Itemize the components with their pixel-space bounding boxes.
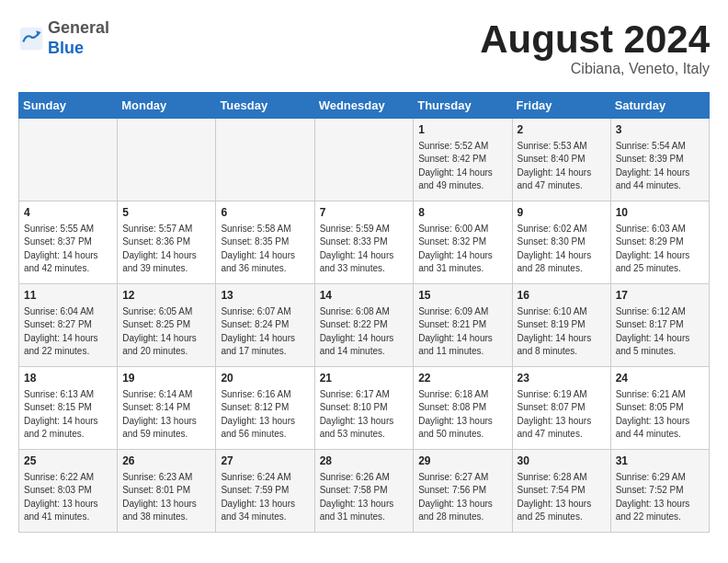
weekday-header-thursday: Thursday	[414, 93, 512, 119]
weekday-header-tuesday: Tuesday	[216, 93, 314, 119]
day-content: Sunrise: 5:55 AM Sunset: 8:37 PM Dayligh…	[24, 223, 112, 276]
calendar-cell: 28Sunrise: 6:26 AM Sunset: 7:58 PM Dayli…	[314, 450, 414, 533]
calendar-cell	[118, 119, 216, 201]
logo: General Blue	[18, 18, 109, 58]
day-number: 15	[418, 288, 506, 304]
day-number: 11	[24, 288, 112, 304]
day-content: Sunrise: 6:16 AM Sunset: 8:12 PM Dayligh…	[221, 388, 309, 442]
calendar-cell: 30Sunrise: 6:28 AM Sunset: 7:54 PM Dayli…	[512, 450, 610, 533]
weekday-header-sunday: Sunday	[19, 93, 118, 119]
calendar-cell: 1Sunrise: 5:52 AM Sunset: 8:42 PM Daylig…	[414, 119, 512, 201]
weekday-header-row: SundayMondayTuesdayWednesdayThursdayFrid…	[19, 93, 710, 119]
day-number: 10	[616, 205, 704, 221]
day-number: 7	[320, 205, 409, 221]
day-content: Sunrise: 6:23 AM Sunset: 8:01 PM Dayligh…	[122, 471, 210, 524]
calendar-cell: 23Sunrise: 6:19 AM Sunset: 8:07 PM Dayli…	[512, 367, 610, 450]
day-number: 28	[320, 454, 409, 469]
day-content: Sunrise: 6:18 AM Sunset: 8:08 PM Dayligh…	[418, 388, 506, 442]
calendar-cell: 29Sunrise: 6:27 AM Sunset: 7:56 PM Dayli…	[414, 450, 512, 533]
day-number: 8	[418, 205, 506, 221]
day-content: Sunrise: 6:12 AM Sunset: 8:17 PM Dayligh…	[616, 305, 704, 359]
day-number: 17	[616, 288, 704, 304]
day-number: 22	[418, 371, 506, 386]
day-content: Sunrise: 6:26 AM Sunset: 7:58 PM Dayligh…	[320, 471, 409, 524]
title-block: August 2024 Cibiana, Veneto, Italy	[480, 18, 710, 77]
calendar-cell: 26Sunrise: 6:23 AM Sunset: 8:01 PM Dayli…	[118, 450, 216, 533]
calendar-cell: 4Sunrise: 5:55 AM Sunset: 8:37 PM Daylig…	[19, 201, 118, 284]
calendar-week-row: 1Sunrise: 5:52 AM Sunset: 8:42 PM Daylig…	[19, 119, 710, 201]
calendar-week-row: 11Sunrise: 6:04 AM Sunset: 8:27 PM Dayli…	[19, 284, 710, 367]
month-title: August 2024	[480, 18, 710, 61]
day-content: Sunrise: 6:09 AM Sunset: 8:21 PM Dayligh…	[418, 305, 506, 359]
day-content: Sunrise: 5:59 AM Sunset: 8:33 PM Dayligh…	[320, 223, 409, 276]
day-number: 19	[122, 371, 210, 386]
calendar-cell: 5Sunrise: 5:57 AM Sunset: 8:36 PM Daylig…	[118, 201, 216, 284]
day-content: Sunrise: 6:04 AM Sunset: 8:27 PM Dayligh…	[24, 305, 112, 359]
calendar-table: SundayMondayTuesdayWednesdayThursdayFrid…	[18, 92, 710, 533]
day-number: 23	[518, 371, 606, 386]
calendar-cell: 25Sunrise: 6:22 AM Sunset: 8:03 PM Dayli…	[19, 450, 118, 533]
calendar-cell	[216, 119, 314, 201]
calendar-cell: 16Sunrise: 6:10 AM Sunset: 8:19 PM Dayli…	[512, 284, 610, 367]
calendar-cell: 11Sunrise: 6:04 AM Sunset: 8:27 PM Dayli…	[19, 284, 118, 367]
day-content: Sunrise: 5:57 AM Sunset: 8:36 PM Dayligh…	[122, 223, 210, 276]
day-number: 20	[221, 371, 309, 386]
day-content: Sunrise: 6:17 AM Sunset: 8:10 PM Dayligh…	[320, 388, 409, 442]
day-content: Sunrise: 6:27 AM Sunset: 7:56 PM Dayligh…	[418, 471, 506, 524]
day-content: Sunrise: 6:02 AM Sunset: 8:30 PM Dayligh…	[518, 223, 606, 276]
day-content: Sunrise: 6:21 AM Sunset: 8:05 PM Dayligh…	[616, 388, 704, 442]
day-number: 25	[24, 454, 112, 469]
day-number: 24	[616, 371, 704, 386]
day-content: Sunrise: 6:05 AM Sunset: 8:25 PM Dayligh…	[122, 305, 210, 359]
day-content: Sunrise: 5:53 AM Sunset: 8:40 PM Dayligh…	[518, 140, 606, 193]
day-content: Sunrise: 6:28 AM Sunset: 7:54 PM Dayligh…	[518, 471, 606, 524]
day-content: Sunrise: 6:03 AM Sunset: 8:29 PM Dayligh…	[616, 223, 704, 276]
day-number: 27	[221, 454, 309, 469]
page-header: General Blue August 2024 Cibiana, Veneto…	[18, 18, 710, 77]
day-number: 9	[518, 205, 606, 221]
calendar-cell: 7Sunrise: 5:59 AM Sunset: 8:33 PM Daylig…	[314, 201, 414, 284]
day-content: Sunrise: 5:54 AM Sunset: 8:39 PM Dayligh…	[616, 140, 704, 193]
location: Cibiana, Veneto, Italy	[480, 61, 710, 77]
day-number: 26	[122, 454, 210, 469]
day-content: Sunrise: 6:08 AM Sunset: 8:22 PM Dayligh…	[320, 305, 409, 359]
day-number: 14	[320, 288, 409, 304]
calendar-week-row: 25Sunrise: 6:22 AM Sunset: 8:03 PM Dayli…	[19, 450, 710, 533]
weekday-header-saturday: Saturday	[610, 93, 709, 119]
weekday-header-wednesday: Wednesday	[314, 93, 414, 119]
calendar-cell: 21Sunrise: 6:17 AM Sunset: 8:10 PM Dayli…	[314, 367, 414, 450]
calendar-cell: 2Sunrise: 5:53 AM Sunset: 8:40 PM Daylig…	[512, 119, 610, 201]
calendar-header: SundayMondayTuesdayWednesdayThursdayFrid…	[19, 93, 710, 119]
calendar-cell: 27Sunrise: 6:24 AM Sunset: 7:59 PM Dayli…	[216, 450, 314, 533]
day-content: Sunrise: 6:07 AM Sunset: 8:24 PM Dayligh…	[221, 305, 309, 359]
day-number: 1	[418, 122, 506, 138]
day-number: 3	[616, 122, 704, 138]
calendar-cell: 12Sunrise: 6:05 AM Sunset: 8:25 PM Dayli…	[118, 284, 216, 367]
day-number: 30	[518, 454, 606, 469]
svg-rect-0	[20, 27, 43, 50]
calendar-cell	[19, 119, 118, 201]
day-content: Sunrise: 5:52 AM Sunset: 8:42 PM Dayligh…	[418, 140, 506, 193]
calendar-cell	[314, 119, 414, 201]
calendar-cell: 14Sunrise: 6:08 AM Sunset: 8:22 PM Dayli…	[314, 284, 414, 367]
logo-icon	[18, 26, 44, 52]
day-number: 2	[518, 122, 606, 138]
day-number: 12	[122, 288, 210, 304]
calendar-cell: 20Sunrise: 6:16 AM Sunset: 8:12 PM Dayli…	[216, 367, 314, 450]
day-number: 21	[320, 371, 409, 386]
calendar-cell: 19Sunrise: 6:14 AM Sunset: 8:14 PM Dayli…	[118, 367, 216, 450]
day-content: Sunrise: 6:22 AM Sunset: 8:03 PM Dayligh…	[24, 471, 112, 524]
day-content: Sunrise: 6:10 AM Sunset: 8:19 PM Dayligh…	[518, 305, 606, 359]
weekday-header-friday: Friday	[512, 93, 610, 119]
day-content: Sunrise: 6:13 AM Sunset: 8:15 PM Dayligh…	[24, 388, 112, 442]
calendar-cell: 13Sunrise: 6:07 AM Sunset: 8:24 PM Dayli…	[216, 284, 314, 367]
day-number: 13	[221, 288, 309, 304]
logo-text: General Blue	[48, 18, 109, 58]
day-number: 6	[221, 205, 309, 221]
day-number: 18	[24, 371, 112, 386]
weekday-header-monday: Monday	[118, 93, 216, 119]
day-content: Sunrise: 6:14 AM Sunset: 8:14 PM Dayligh…	[122, 388, 210, 442]
calendar-cell: 24Sunrise: 6:21 AM Sunset: 8:05 PM Dayli…	[610, 367, 709, 450]
calendar-cell: 10Sunrise: 6:03 AM Sunset: 8:29 PM Dayli…	[610, 201, 709, 284]
day-number: 29	[418, 454, 506, 469]
